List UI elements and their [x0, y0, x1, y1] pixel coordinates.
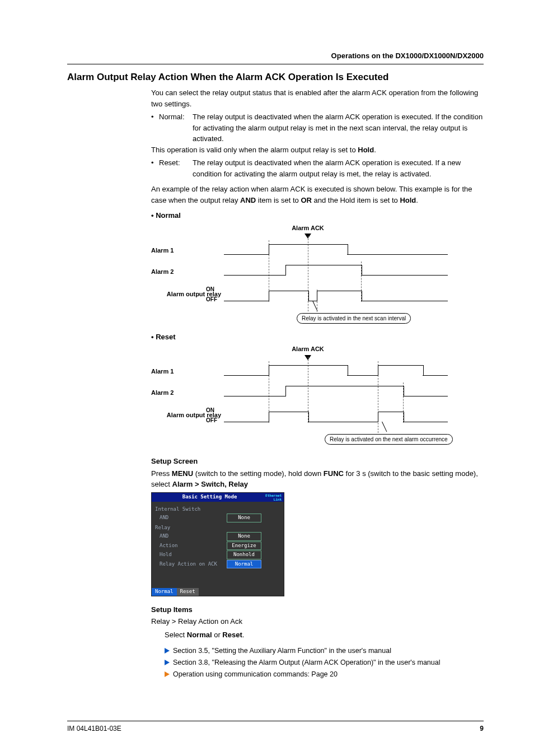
note-reset: Relay is activated on the next alarm occ… — [325, 434, 453, 445]
mode-normal-item: • Normal: The relay output is deactivate… — [151, 111, 484, 144]
alarm2-label: Alarm 2 — [151, 267, 224, 277]
mode-reset-body: The relay output is deactivated when the… — [193, 157, 484, 179]
mode-reset-item: • Reset: The relay output is deactivated… — [151, 157, 484, 179]
on-label: ON — [206, 406, 214, 414]
shot-row-and2: AND None — [155, 532, 280, 541]
action-field[interactable]: Energize — [227, 542, 261, 550]
timing-diagram-normal: Alarm ACK Alarm 1 Alarm 2 Alarm output r… — [151, 223, 465, 327]
setup-screen-text: Press MENU (switch to the setting mode),… — [151, 468, 484, 490]
mode-normal-note: This operation is valid only when the al… — [151, 144, 484, 156]
triangle-right-icon — [165, 660, 170, 665]
timing-diagram-reset: Alarm ACK Alarm 1 Alarm 2 Alarm output r… — [151, 344, 465, 448]
diagram-normal-head: • Normal — [151, 210, 484, 221]
page-footer: IM 04L41B01-03E 9 — [67, 721, 484, 734]
setup-screen-head: Setup Screen — [151, 456, 484, 467]
divider — [67, 64, 484, 64]
shot-row-and1: AND None — [155, 514, 280, 522]
doc-code: IM 04L41B01-03E — [67, 724, 121, 734]
setup-items-path: Relay > Relay Action on Ack — [151, 616, 484, 627]
ref-link-3[interactable]: Operation using communication commands: … — [165, 669, 484, 680]
ref-link-2[interactable]: Section 3.8, "Releasing the Alarm Output… — [165, 657, 484, 668]
shot-sec1: Internal Switch — [155, 506, 280, 514]
shot-row-hold: Hold Nonhold — [155, 550, 280, 559]
ref-link-1[interactable]: Section 3.5, "Setting the Auxiliary Alar… — [165, 646, 484, 656]
page-title: Alarm Output Relay Action When the Alarm… — [67, 70, 484, 85]
triangle-right-icon — [165, 671, 170, 677]
off-label: OFF — [206, 416, 217, 424]
alarm2-label: Alarm 2 — [151, 388, 224, 398]
alarm1-label: Alarm 1 — [151, 246, 224, 255]
shot-title: Basic Setting Mode — [154, 493, 265, 501]
and-field[interactable]: None — [227, 514, 261, 522]
page-number: 9 — [480, 724, 484, 734]
diagram-reset-head: • Reset — [151, 332, 484, 343]
tab-reset[interactable]: Reset — [177, 588, 199, 596]
device-screenshot: Basic Setting Mode EthernetLink Internal… — [151, 492, 284, 596]
breadcrumb: Operations on the DX1000/DX1000N/DX2000 — [67, 50, 484, 62]
shot-badge: EthernetLink — [265, 493, 282, 501]
note-normal: Relay is activated in the next scan inte… — [297, 313, 411, 324]
example-text: An example of the relay action when alar… — [151, 184, 484, 206]
setup-items-select: Select Normal or Reset. — [165, 629, 484, 641]
relay-action-ack-field[interactable]: Normal — [227, 560, 261, 569]
shot-row-action: Action Energize — [155, 542, 280, 550]
intro-text: You can select the relay output status t… — [151, 87, 484, 109]
off-label: OFF — [206, 295, 217, 304]
shot-row-rack: Relay Action on ACK Normal — [155, 560, 280, 569]
on-label: ON — [206, 285, 214, 293]
triangle-right-icon — [165, 648, 170, 654]
mode-reset-label: Reset: — [159, 157, 193, 169]
relay-and-field[interactable]: None — [227, 532, 261, 541]
mode-normal-label: Normal: — [159, 111, 193, 123]
mode-normal-body: The relay output is deactivated when the… — [193, 111, 484, 144]
hold-field[interactable]: Nonhold — [227, 550, 261, 559]
shot-sec2: Relay — [155, 524, 280, 532]
setup-items-head: Setup Items — [151, 604, 484, 615]
tab-normal[interactable]: Normal — [152, 588, 177, 596]
alarm1-label: Alarm 1 — [151, 367, 224, 376]
